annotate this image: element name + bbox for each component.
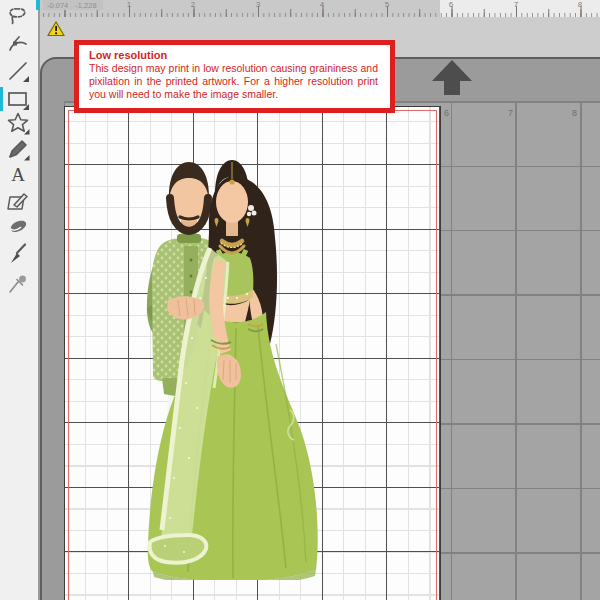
mat-orientation-arrow-stem [444,80,460,95]
cursor-coordinates: -0.074 -1.228 [43,0,103,10]
mat-column-label-6: 6 [444,108,449,118]
knife-tool-icon[interactable] [5,241,31,267]
tool-palette: A [0,0,40,600]
eyedropper-tool-icon[interactable] [5,271,31,297]
mat-orientation-arrow-icon [432,60,472,81]
ruler-origin-marker [36,0,40,10]
draw-pencil-tool-icon[interactable] [5,136,31,162]
selected-tool-indicator [0,87,3,111]
warning-message: This design may print in low resolution … [89,62,378,102]
ruler-label-6: 6 [449,0,453,9]
design-app-window: 1 2 3 4 5 6 7 8 -0.074 -1.228 [0,0,600,600]
svg-text:A: A [11,164,25,185]
horizontal-ruler: 1 2 3 4 5 6 7 8 -0.074 -1.228 [38,0,600,17]
text-tool-icon[interactable]: A [5,162,31,188]
maang-tikka [229,179,234,184]
lasso-select-tool-icon[interactable] [5,3,31,29]
polygon-star-tool-icon[interactable] [5,110,31,136]
mat-column-label-8: 8 [572,108,577,118]
sketch-notes-tool-icon[interactable] [5,189,31,215]
ruler-label-1: 1 [127,0,131,9]
line-tool-icon[interactable] [5,58,31,84]
ruler-label-2: 2 [191,0,195,9]
ruler-label-5: 5 [385,0,389,9]
ruler-label-8: 8 [578,0,582,9]
ruler-label-7: 7 [514,0,518,9]
groom-head [169,162,209,243]
rectangle-tool-icon[interactable] [5,86,31,112]
low-resolution-warning: Low resolution This design may print in … [74,40,395,113]
cursor-x-value: -0.074 [47,1,68,10]
wedding-couple-illustration[interactable] [140,148,335,580]
mat-column-label-7: 7 [508,108,513,118]
cursor-y-value: -1.228 [75,1,96,10]
point-edit-tool-icon[interactable] [5,32,31,58]
warning-title: Low resolution [89,49,378,61]
eraser-tool-icon[interactable] [5,214,31,240]
dupatta-curl [150,535,207,563]
ruler-label-4: 4 [320,0,324,9]
ruler-label-3: 3 [256,0,260,9]
warning-triangle-icon [47,21,65,41]
